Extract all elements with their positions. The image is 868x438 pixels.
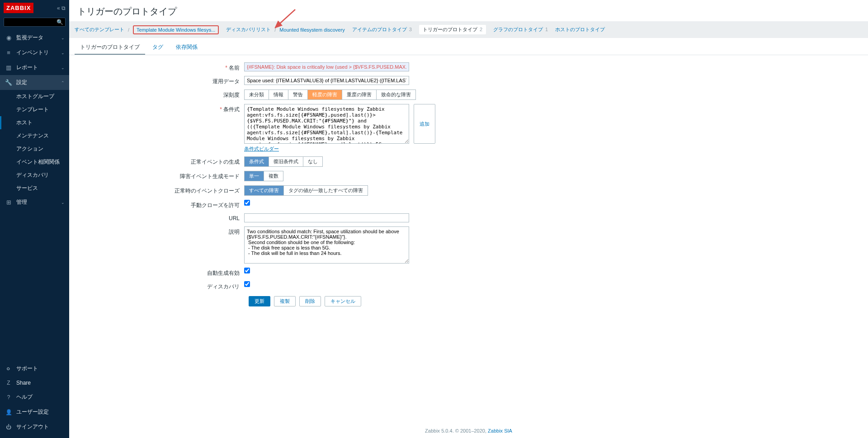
footer: Zabbix 5.0.4. © 2001–2020, Zabbix SIA <box>69 424 868 438</box>
sev-2[interactable]: 警告 <box>288 89 308 100</box>
bc-items[interactable]: アイテムのプロトタイプ 3 <box>352 26 412 33</box>
update-button[interactable]: 更新 <box>249 296 270 306</box>
tab-tags[interactable]: タグ <box>147 41 169 55</box>
sev-5[interactable]: 致命的な障害 <box>377 89 416 100</box>
chevron-down-icon: ⌄ <box>61 36 65 40</box>
admin-icon: ⊞ <box>5 199 13 206</box>
sev-0[interactable]: 未分類 <box>244 89 269 100</box>
inventory-icon: ≡ <box>5 49 13 56</box>
tabs: トリガーのプロトタイプ タグ 依存関係 <box>69 38 868 55</box>
probgen-1[interactable]: 複数 <box>264 171 283 181</box>
search-box[interactable]: 🔍 <box>4 18 66 27</box>
sidebar-header: ZABBIX « ⧉ <box>0 0 69 16</box>
input-name[interactable] <box>244 62 409 71</box>
nav-admin[interactable]: ⊞管理⌄ <box>0 195 69 210</box>
nav-reports[interactable]: ▥レポート⌄ <box>0 60 69 75</box>
sev-3[interactable]: 軽度の障害 <box>308 89 342 100</box>
footer-link[interactable]: Zabbix SIA <box>488 428 512 433</box>
subnav-actions[interactable]: アクション <box>0 142 69 155</box>
bc-template[interactable]: Template Module Windows filesys... <box>137 27 215 33</box>
breadcrumb: すべてのテンプレート / Template Module Windows fil… <box>69 21 868 38</box>
config-icon: 🔧 <box>5 79 13 86</box>
checkbox-autogen[interactable] <box>244 268 250 273</box>
monitoring-icon: ◉ <box>5 34 13 41</box>
page-title: トリガーのプロトタイプ <box>69 0 868 21</box>
sidebar: ZABBIX « ⧉ 🔍 ◉監視データ⌄≡インベントリ⌄▥レポート⌄🔧設定⌃ホス… <box>0 0 69 438</box>
label-okclose: 正常時のイベントクローズ <box>175 188 240 194</box>
bottom-ユーザー設定[interactable]: 👤ユーザー設定 <box>0 405 69 419</box>
okclose-1[interactable]: タグの値が一致したすべての障害 <box>284 185 368 196</box>
chevron-down-icon: ⌄ <box>61 200 65 205</box>
label-severity: 深刻度 <box>223 92 240 98</box>
bottom-サインアウト[interactable]: ⏻サインアウト <box>0 419 69 434</box>
subnav-correlation[interactable]: イベント相関関係 <box>0 155 69 169</box>
label-url: URL <box>229 215 240 221</box>
tab-deps[interactable]: 依存関係 <box>170 41 203 55</box>
label-description: 説明 <box>229 229 240 235</box>
label-discover: ディスカバリ <box>207 283 240 290</box>
sidebar-toggle[interactable]: « ⧉ <box>57 5 66 11</box>
bc-discovery[interactable]: Mounted filesystem discovery <box>279 27 344 33</box>
nav-config[interactable]: 🔧設定⌃ <box>0 75 69 90</box>
reports-icon: ▥ <box>5 64 13 71</box>
okgen-2[interactable]: なし <box>303 156 323 167</box>
bottom-ヘルプ[interactable]: ?ヘルプ <box>0 390 69 405</box>
label-opdata: 運用データ <box>212 78 240 85</box>
label-autogen: 自動生成有効 <box>207 270 240 276</box>
bc-graphs[interactable]: グラフのプロトタイプ 1 <box>493 26 548 33</box>
chevron-down-icon: ⌄ <box>61 66 65 70</box>
bc-triggers-active: トリガーのプロトタイプ 2 <box>419 25 486 34</box>
input-url[interactable] <box>244 213 409 222</box>
tab-trigger[interactable]: トリガーのプロトタイプ <box>75 41 145 55</box>
delete-button[interactable]: 削除 <box>299 296 321 306</box>
label-manual-close: 手動クローズを許可 <box>191 202 240 208</box>
checkbox-manual-close[interactable] <box>244 200 250 206</box>
main-content: トリガーのプロトタイプ すべてのテンプレート / Template Module… <box>69 0 868 438</box>
sev-1[interactable]: 情報 <box>269 89 288 100</box>
okclose-0[interactable]: すべての障害 <box>244 185 284 196</box>
nav-monitoring[interactable]: ◉監視データ⌄ <box>0 30 69 45</box>
bottom-サポート[interactable]: ⭘サポート <box>0 361 69 376</box>
subnav-hostgroups[interactable]: ホストグループ <box>0 90 69 103</box>
checkbox-discover[interactable] <box>244 281 250 287</box>
clone-button[interactable]: 複製 <box>274 296 296 306</box>
subnav-services[interactable]: サービス <box>0 182 69 195</box>
search-icon[interactable]: 🔍 <box>57 19 63 25</box>
probgen-0[interactable]: 単一 <box>244 171 264 181</box>
label-probgen: 障害イベント生成モード <box>180 173 240 179</box>
okgen-1[interactable]: 復旧条件式 <box>269 156 303 167</box>
expression-builder-link[interactable]: 条件式ビルダー <box>244 146 435 152</box>
subnav-maintenance[interactable]: メンテナンス <box>0 129 69 142</box>
input-expression[interactable]: {Template Module Windows filesystems by … <box>244 104 409 144</box>
input-opdata[interactable] <box>244 76 409 85</box>
nav-inventory[interactable]: ≡インベントリ⌄ <box>0 45 69 60</box>
bc-discovery-list[interactable]: ディスカバリリスト <box>226 26 271 33</box>
okgen-0[interactable]: 条件式 <box>244 156 269 167</box>
logo[interactable]: ZABBIX <box>4 3 33 13</box>
label-expression: 条件式 <box>223 106 240 113</box>
subnav-templates[interactable]: テンプレート <box>0 103 69 116</box>
chevron-down-icon: ⌄ <box>61 51 65 55</box>
label-okgen: 正常イベントの生成 <box>191 159 240 165</box>
add-expression-button[interactable]: 追加 <box>414 104 435 144</box>
sev-4[interactable]: 重度の障害 <box>342 89 377 100</box>
subnav-discovery[interactable]: ディスカバリ <box>0 169 69 182</box>
bc-hosts[interactable]: ホストのプロトタイプ <box>555 26 605 33</box>
chevron-down-icon: ⌃ <box>61 80 65 85</box>
cancel-button[interactable]: キャンセル <box>325 296 361 306</box>
subnav-hosts[interactable]: ホスト <box>0 116 69 129</box>
bc-all-templates[interactable]: すべてのテンプレート <box>75 26 124 33</box>
input-description[interactable]: Two conditions should match: First, spac… <box>244 226 409 264</box>
search-input[interactable] <box>6 19 57 25</box>
bottom-Share[interactable]: ZShare <box>0 376 69 390</box>
label-name: 名前 <box>229 65 240 71</box>
